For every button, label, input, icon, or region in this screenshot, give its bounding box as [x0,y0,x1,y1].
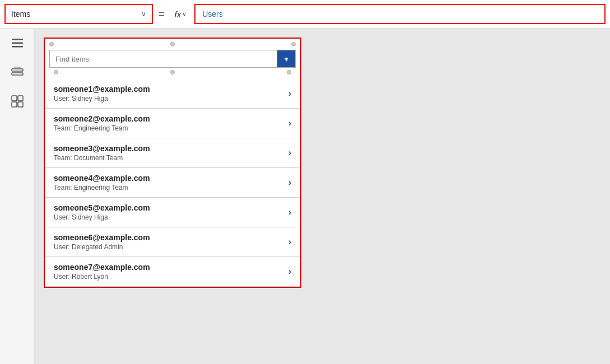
svg-rect-2 [12,46,23,48]
list-item-email: someone5@example.com [54,203,150,212]
list-item-sub: Team: Document Team [54,154,150,162]
list-item-chevron-icon: › [288,88,291,99]
list-item-sub: User: Delegated Admin [54,243,150,251]
list-item-sub: User: Sidney Higa [54,95,150,102]
svg-rect-9 [18,102,23,107]
items-dropdown-label: Items [11,10,30,18]
search-row: ▾ [49,50,296,68]
list-item-email: someone2@example.com [54,114,150,123]
sidebar-item-components[interactable] [10,94,25,109]
svg-rect-6 [12,96,17,101]
items-list: someone1@example.com User: Sidney Higa ›… [45,79,300,287]
svg-rect-5 [14,67,21,68]
list-item[interactable]: someone3@example.com Team: Document Team… [45,138,300,168]
svg-rect-8 [12,102,17,107]
list-item-chevron-icon: › [288,148,291,158]
resize-dot-tm [170,42,175,46]
content-area: ▾ someone1@example.com User: Sidney Higa… [35,29,610,364]
sidebar [0,29,35,364]
resize-dot-tl [49,42,54,46]
search-dropdown-arrow-icon: ▾ [285,55,288,63]
search-dropdown-button[interactable]: ▾ [277,50,295,67]
sidebar-item-layers[interactable] [10,64,25,80]
list-item-text: someone7@example.com User: Robert Lyon [54,263,150,281]
fx-chevron-icon: ∨ [182,11,187,18]
resize-dot-tr [291,42,296,46]
resize-dot-bm [170,70,175,74]
resize-handle-bottom [49,68,296,79]
svg-rect-3 [12,69,23,71]
list-item-text: someone3@example.com Team: Document Team [54,144,150,162]
svg-rect-0 [12,39,23,40]
dropdown-panel: ▾ someone1@example.com User: Sidney Higa… [44,38,301,288]
fx-button[interactable]: fx ∨ [170,7,192,21]
list-item-sub: User: Sidney Higa [54,213,150,221]
svg-rect-7 [18,96,23,101]
svg-rect-1 [12,43,23,44]
list-item-sub: User: Robert Lyon [54,273,150,281]
list-item-email: someone7@example.com [54,263,150,272]
svg-rect-4 [12,73,23,75]
items-dropdown-chevron-icon: ∨ [141,10,146,18]
list-item-text: someone5@example.com User: Sidney Higa [54,203,150,221]
list-item[interactable]: someone4@example.com Team: Engineering T… [45,168,300,198]
resize-handle-top [49,42,296,46]
users-formula-value: Users [202,10,223,18]
list-item-text: someone4@example.com Team: Engineering T… [54,174,150,192]
list-item-email: someone1@example.com [54,85,150,94]
list-item-email: someone3@example.com [54,144,150,153]
items-dropdown[interactable]: Items ∨ [4,4,153,24]
list-item-chevron-icon: › [288,267,291,277]
fx-icon: fx [175,10,181,19]
list-item[interactable]: someone6@example.com User: Delegated Adm… [45,227,300,257]
list-item-email: someone6@example.com [54,233,150,242]
list-item[interactable]: someone7@example.com User: Robert Lyon › [45,257,300,287]
list-item-chevron-icon: › [288,178,291,188]
main-area: ▾ someone1@example.com User: Sidney Higa… [0,29,610,364]
list-item-sub: Team: Engineering Team [54,184,150,192]
list-item[interactable]: someone1@example.com User: Sidney Higa › [45,79,300,109]
list-item[interactable]: someone2@example.com Team: Engineering T… [45,109,300,138]
search-input[interactable] [50,52,277,67]
sidebar-item-hamburger[interactable] [10,35,25,51]
users-formula-box[interactable]: Users [194,4,606,24]
list-item-text: someone1@example.com User: Sidney Higa [54,85,150,102]
list-item-sub: Team: Engineering Team [54,124,150,132]
list-item-text: someone6@example.com User: Delegated Adm… [54,233,150,251]
list-item[interactable]: someone5@example.com User: Sidney Higa › [45,198,300,227]
list-item-chevron-icon: › [288,237,291,247]
list-item-chevron-icon: › [288,118,291,128]
list-item-email: someone4@example.com [54,174,150,183]
resize-dot-br [287,70,291,74]
search-area: ▾ [45,39,300,79]
list-item-chevron-icon: › [288,207,291,217]
list-item-text: someone2@example.com Team: Engineering T… [54,114,150,132]
resize-dot-bl [54,70,58,74]
toolbar: Items ∨ = fx ∨ Users [0,0,610,29]
equals-sign: = [156,8,167,20]
